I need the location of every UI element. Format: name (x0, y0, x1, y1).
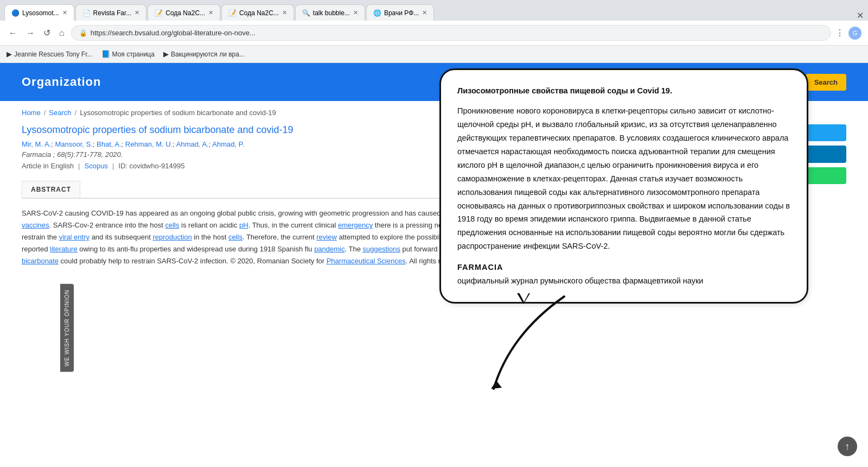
link-vaccines[interactable]: vaccines (22, 221, 49, 229)
address-bar: ← → ↺ ⌂ 🔒 https://search.bvsalud.org/glo… (0, 21, 868, 46)
url-bar[interactable]: 🔒 https://search.bvsalud.org/global-lite… (71, 25, 831, 41)
twitter-button[interactable]: 🐦 Twitter (727, 124, 846, 141)
link-cells-2[interactable]: cells (228, 233, 242, 241)
article-db[interactable]: Scopus (85, 162, 108, 170)
search-button[interactable]: Search (806, 74, 846, 91)
link-emergency[interactable]: emergency (338, 221, 373, 229)
article-language: Article in English (22, 162, 74, 170)
bookmarks-bar: ▶ Jeannie Rescues Tony Fr... 📘 Моя стран… (0, 46, 868, 63)
whatsapp-icon: 💬 (735, 172, 743, 180)
search-dropdown[interactable]: Title, abstract, subject ▾ (547, 74, 656, 91)
forward-button[interactable]: → (24, 26, 37, 40)
article-area: Lysosomotropic properties of sodium bica… (0, 124, 868, 325)
link-pandemic[interactable]: pandemic (314, 245, 344, 253)
article-meta: Article in English | Scopus | ID: covidw… (22, 162, 711, 170)
linkedin-icon: in (735, 150, 741, 159)
sidebar-journal: Journal: Farmacia (727, 242, 846, 254)
sidebar-language: Language: English (727, 230, 846, 242)
link-therapeutic[interactable]: therapeutic (634, 209, 669, 217)
breadcrumb-sep-1: / (44, 109, 46, 117)
tab-close-3[interactable]: ✕ (208, 9, 213, 16)
author-mansoor[interactable]: Mansoor, S. (55, 140, 92, 148)
tab-vrachi[interactable]: 🌐 Врачи РФ... ✕ (366, 4, 434, 21)
sidebar-year: Year: 2020 (727, 254, 846, 266)
sidebar-nt-type: nt Type: Article (727, 292, 846, 304)
sidebar-international: International (727, 269, 846, 281)
abstract-tab[interactable]: ABSTRACT (22, 181, 80, 198)
link-suggestions[interactable]: suggestions (363, 245, 400, 253)
breadcrumb-home[interactable]: Home (22, 109, 41, 117)
author-ahmad-p[interactable]: Ahmad, P. (212, 140, 244, 148)
feedback-tab[interactable]: WE WISH YOUR OPINION (60, 284, 74, 372)
author-rehman[interactable]: Rehman, M. U. (125, 140, 173, 148)
tab-talkbubble[interactable]: 🔍 talk bubble... ✕ (295, 4, 365, 21)
tab-close-1[interactable]: ✕ (62, 9, 67, 16)
tab-close-6[interactable]: ✕ (422, 9, 427, 16)
breadcrumb-search[interactable]: Search (49, 109, 71, 117)
site-search-area: Title, abstract, subject ▾ Search (547, 74, 846, 91)
linkedin-button[interactable]: in LinkedIn (727, 146, 846, 163)
home-button[interactable]: ⌂ (57, 26, 67, 40)
scroll-top-button[interactable]: ↑ (838, 437, 857, 456)
tab-soda1[interactable]: 📝 Сода Na2С... ✕ (148, 4, 220, 21)
sidebar-collection: Collecti... (727, 207, 846, 219)
sidebar-fulltext: Full te... (727, 195, 846, 207)
link-therapies[interactable]: therapies (535, 221, 564, 229)
sidebar-info: Full te... Collecti... Content Type: Art… (727, 195, 846, 304)
tab-icon-1: 🔵 (11, 9, 19, 17)
tab-icon-5: 🔍 (302, 9, 310, 17)
link-literature[interactable]: literature (50, 245, 78, 253)
browser-close-button[interactable]: ✕ (857, 10, 864, 21)
link-review-2[interactable]: review (483, 245, 503, 253)
article-main: Lysosomotropic properties of sodium bica… (22, 124, 711, 304)
whatsapp-label: WhatsApp (748, 172, 782, 180)
whatsapp-button[interactable]: 💬 WhatsApp (727, 167, 846, 184)
bookmark-jeannie[interactable]: ▶ Jeannie Rescues Tony Fr... (7, 50, 93, 58)
reload-button[interactable]: ↺ (41, 26, 53, 40)
extensions-icon[interactable]: ⋮ (835, 28, 844, 38)
abstract-text: SARS-CoV-2 causing COVID-19 has appeared… (22, 207, 711, 267)
author-ahmad-a[interactable]: Ahmad, A. (176, 140, 209, 148)
link-ph-2[interactable]: pH (662, 221, 672, 229)
back-button[interactable]: ← (7, 26, 20, 40)
link-sodium-bicarb-1[interactable]: sodium bicarbonate (470, 233, 532, 241)
bookmark-vaccine[interactable]: ▶ Вакцинируются ли вра... (163, 50, 245, 58)
tab-icon-6: 🌐 (373, 9, 381, 17)
article-authors: Mir, M. A.; Mansoor, S.; Bhat, A.; Rehma… (22, 140, 711, 148)
link-review-1[interactable]: review (316, 233, 337, 241)
bookmark-icon-2: 📘 (101, 50, 110, 58)
bookmark-label-3: Вакцинируются ли вра... (171, 51, 245, 58)
twitter-icon: 🐦 (735, 129, 743, 137)
tab-close-4[interactable]: ✕ (282, 9, 287, 16)
site-logo: Organization (22, 75, 101, 89)
tab-bar: 🔵 Lysosomot... ✕ 📄 Revista Far... ✕ 📝 Со… (0, 0, 868, 21)
tab-title-4: Сода Na2С... (239, 9, 279, 17)
social-section: 🐦 Twitter in LinkedIn 💬 WhatsApp (727, 124, 846, 184)
link-pharma-sciences[interactable]: Pharmaceutical Sciences (327, 257, 406, 265)
article-journal: Farmacia ; 68(5):771-778, 2020. (22, 150, 711, 159)
link-ph-1[interactable]: pH (239, 221, 248, 229)
tab-revista[interactable]: 📄 Revista Far... ✕ (75, 4, 147, 21)
author-bhat[interactable]: Bhat, A. (97, 140, 122, 148)
article-title[interactable]: Lysosomotropic properties of sodium bica… (22, 124, 711, 136)
tab-title-6: Врачи РФ... (384, 9, 419, 17)
tab-close-5[interactable]: ✕ (353, 9, 358, 16)
chevron-down-icon: ▾ (626, 78, 629, 86)
author-mir[interactable]: Mir, M. A. (22, 140, 51, 148)
tab-soda2[interactable]: 📝 Сода Na2С... ✕ (221, 4, 294, 21)
profile-icon[interactable]: G (848, 27, 861, 40)
sidebar-scopus-note: Scopus (727, 280, 846, 292)
tab-close-2[interactable]: ✕ (135, 9, 139, 16)
browser-chrome: 🔵 Lysosomot... ✕ 📄 Revista Far... ✕ 📝 Со… (0, 0, 868, 63)
tab-title-2: Revista Far... (93, 9, 132, 17)
breadcrumb-sep-2: / (75, 109, 77, 117)
link-viral-entry[interactable]: viral entry (59, 233, 90, 241)
bookmark-mypage[interactable]: 📘 Моя страница (101, 50, 155, 58)
tab-lysosomot[interactable]: 🔵 Lysosomot... ✕ (4, 4, 74, 21)
link-reproduction[interactable]: reproduction (152, 233, 192, 241)
search-input[interactable] (660, 74, 801, 91)
tab-title-1: Lysosomot... (22, 9, 59, 17)
link-cells-1[interactable]: cells (165, 221, 179, 229)
abstract-tabs: ABSTRACT (22, 181, 711, 199)
page-wrapper: Organization Title, abstract, subject ▾ … (0, 63, 868, 325)
